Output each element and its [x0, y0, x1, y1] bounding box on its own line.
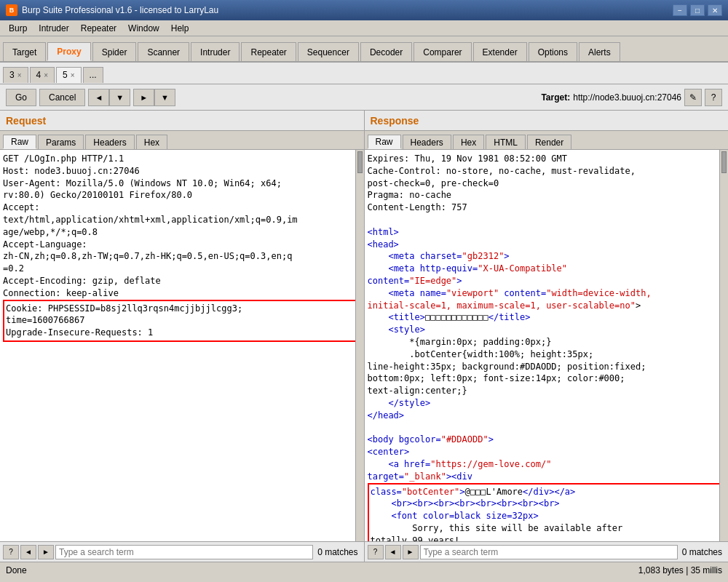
- next-dropdown-button[interactable]: ▼: [154, 89, 175, 106]
- main-tabs: Target Proxy Spider Scanner Intruder Rep…: [0, 36, 728, 63]
- menu-help[interactable]: Help: [165, 22, 195, 35]
- tab-intruder[interactable]: Intruder: [191, 42, 240, 61]
- request-panel: Request Raw Params Headers Hex GET /LOgI…: [0, 111, 365, 562]
- sub-tab-4-label: 4: [36, 70, 41, 80]
- maximize-button[interactable]: □: [690, 4, 705, 16]
- go-button[interactable]: Go: [6, 89, 36, 106]
- menu-bar: Burp Intruder Repeater Window Help: [0, 20, 728, 36]
- response-panel: Response Raw Headers Hex HTML Render Exp…: [365, 111, 729, 562]
- sub-tab-5-label: 5: [63, 70, 68, 80]
- cookie-text: Cookie: PHPSESSID=b8sj2llq3rqsn4mcjjbjjl…: [6, 303, 358, 339]
- sub-tab-more-label: ...: [90, 70, 97, 80]
- title-bar: B Burp Suite Professional v1.6 - license…: [0, 0, 728, 20]
- sub-tab-3[interactable]: 3 ×: [3, 67, 28, 83]
- tab-scanner[interactable]: Scanner: [138, 42, 189, 61]
- response-tab-render[interactable]: Render: [527, 135, 571, 149]
- response-panel-header: Response: [365, 111, 729, 131]
- response-tab-headers[interactable]: Headers: [403, 135, 451, 149]
- sub-tab-3-label: 3: [9, 70, 15, 80]
- response-tab-raw[interactable]: Raw: [368, 135, 401, 149]
- response-search-help[interactable]: ?: [368, 545, 384, 559]
- title-text: Burp Suite Professional v1.6 - licensed …: [22, 5, 218, 15]
- sub-tab-5[interactable]: 5 ×: [56, 67, 82, 83]
- request-text: GET /LOgIn.php HTTP/1.1 Host: node3.buuo…: [3, 153, 361, 300]
- response-search-next[interactable]: ►: [403, 545, 419, 559]
- target-label: Target:: [541, 92, 570, 103]
- response-content[interactable]: Expires: Thu, 19 Nov 1981 08:52:00 GMT C…: [365, 150, 729, 541]
- request-content[interactable]: GET /LOgIn.php HTTP/1.1 Host: node3.buuo…: [0, 150, 364, 541]
- tab-extender[interactable]: Extender: [473, 42, 527, 61]
- request-panel-tabs: Raw Params Headers Hex: [0, 131, 364, 150]
- nav-next-group: ► ▼: [133, 89, 175, 106]
- status-bar: Done 1,083 bytes | 35 millis: [0, 562, 728, 578]
- menu-intruder[interactable]: Intruder: [33, 22, 74, 35]
- request-search-input[interactable]: [55, 545, 313, 559]
- request-tab-headers[interactable]: Headers: [85, 135, 134, 149]
- response-search-input[interactable]: [420, 545, 678, 559]
- tab-repeater[interactable]: Repeater: [241, 42, 296, 61]
- edit-target-button[interactable]: ✎: [684, 89, 702, 106]
- request-matches: 0 matches: [314, 547, 360, 557]
- menu-window[interactable]: Window: [122, 22, 165, 35]
- request-panel-header: Request: [0, 111, 364, 131]
- request-search-bar: ? ◄ ► 0 matches: [0, 541, 364, 562]
- sub-tab-more[interactable]: ...: [83, 67, 103, 83]
- response-search-bar: ? ◄ ► 0 matches: [365, 541, 729, 562]
- window-controls: − □ ✕: [673, 4, 722, 16]
- minimize-button[interactable]: −: [673, 4, 687, 16]
- response-matches: 0 matches: [679, 547, 725, 557]
- burp-icon: B: [6, 4, 17, 16]
- sub-tab-3-close[interactable]: ×: [17, 71, 22, 79]
- response-highlight-text: class="botCenter">@□□□L'Amore</div></a> …: [371, 486, 723, 541]
- response-tab-html[interactable]: HTML: [486, 135, 526, 149]
- prev-button[interactable]: ◄: [88, 89, 109, 106]
- tab-alerts[interactable]: Alerts: [579, 42, 620, 61]
- status-right: 1,083 bytes | 35 millis: [638, 565, 722, 575]
- response-tab-hex[interactable]: Hex: [453, 135, 484, 149]
- tab-sequencer[interactable]: Sequencer: [298, 42, 359, 61]
- tab-options[interactable]: Options: [529, 42, 577, 61]
- response-highlight-box: class="botCenter">@□□□L'Amore</div></a> …: [368, 483, 726, 541]
- tab-proxy[interactable]: Proxy: [47, 42, 90, 61]
- next-button[interactable]: ►: [133, 89, 154, 106]
- menu-repeater[interactable]: Repeater: [75, 22, 122, 35]
- nav-prev-group: ◄ ▼: [88, 89, 130, 106]
- request-tab-raw[interactable]: Raw: [3, 135, 36, 149]
- title-bar-left: B Burp Suite Professional v1.6 - license…: [6, 4, 218, 16]
- status-left: Done: [6, 565, 27, 575]
- response-scrollbar-thumb[interactable]: [721, 151, 727, 173]
- response-panel-tabs: Raw Headers Hex HTML Render: [365, 131, 729, 150]
- tab-decoder[interactable]: Decoder: [360, 42, 412, 61]
- response-scrollbar[interactable]: [719, 150, 728, 541]
- sub-tabs: 3 × 4 × 5 × ...: [0, 63, 728, 84]
- request-scrollbar[interactable]: [355, 150, 364, 541]
- sub-tab-4[interactable]: 4 ×: [30, 67, 55, 83]
- request-search-help[interactable]: ?: [3, 545, 19, 559]
- response-text-headers: Expires: Thu, 19 Nov 1981 08:52:00 GMT C…: [368, 153, 726, 483]
- request-search-prev[interactable]: ◄: [20, 545, 36, 559]
- help-button[interactable]: ?: [705, 89, 722, 106]
- cookie-highlight-box: Cookie: PHPSESSID=b8sj2llq3rqsn4mcjjbjjl…: [3, 300, 361, 342]
- target-url: http://node3.buuoj.cn:27046: [573, 92, 681, 103]
- sub-tab-5-close[interactable]: ×: [71, 71, 75, 79]
- tab-spider[interactable]: Spider: [92, 42, 137, 61]
- menu-burp[interactable]: Burp: [3, 22, 33, 35]
- request-tab-hex[interactable]: Hex: [136, 135, 167, 149]
- toolbar: Go Cancel ◄ ▼ ► ▼ Target: http://node3.b…: [0, 84, 728, 111]
- response-search-prev[interactable]: ◄: [385, 545, 401, 559]
- request-tab-params[interactable]: Params: [38, 135, 84, 149]
- close-button[interactable]: ✕: [708, 4, 722, 16]
- content-area: Request Raw Params Headers Hex GET /LOgI…: [0, 111, 728, 562]
- request-search-next[interactable]: ►: [38, 545, 54, 559]
- tab-target[interactable]: Target: [3, 42, 46, 61]
- request-scrollbar-thumb[interactable]: [357, 151, 363, 173]
- prev-dropdown-button[interactable]: ▼: [109, 89, 130, 106]
- sub-tab-4-close[interactable]: ×: [44, 71, 48, 79]
- tab-comparer[interactable]: Comparer: [414, 42, 471, 61]
- cancel-button[interactable]: Cancel: [39, 89, 85, 106]
